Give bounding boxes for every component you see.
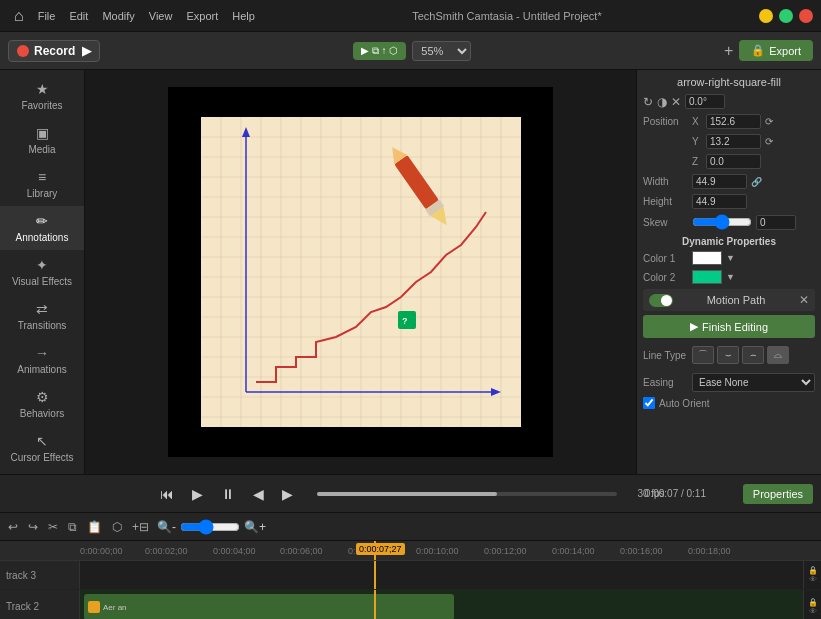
finish-editing-button[interactable]: ▶ Finish Editing bbox=[643, 315, 815, 338]
menu-modify[interactable]: Modify bbox=[102, 10, 134, 22]
track3-eye[interactable]: 👁 bbox=[809, 575, 817, 584]
zoom-select[interactable]: 55% 100% 75% bbox=[412, 41, 471, 61]
width-input[interactable] bbox=[692, 174, 747, 189]
moon-icon: ◑ bbox=[657, 95, 667, 109]
minimize-button[interactable] bbox=[759, 9, 773, 23]
add-icon[interactable]: + bbox=[724, 42, 733, 60]
track3-content[interactable] bbox=[80, 561, 803, 589]
z-label: Z bbox=[692, 156, 702, 167]
width-lock-icon: 🔗 bbox=[751, 177, 762, 187]
home-icon[interactable]: ⌂ bbox=[14, 7, 24, 25]
record-dropdown-icon[interactable]: ▶ bbox=[82, 44, 91, 58]
menu-export[interactable]: Export bbox=[186, 10, 218, 22]
ruler-mark-10: 0:00:10;00 bbox=[416, 546, 459, 556]
sidebar-item-transitions[interactable]: ⇄ Transitions bbox=[0, 294, 84, 338]
height-row: Height bbox=[643, 194, 815, 209]
window-controls bbox=[759, 9, 813, 23]
track2-eye[interactable]: 👁 bbox=[809, 607, 817, 616]
redo-button[interactable]: ↪ bbox=[26, 518, 40, 536]
color1-dropdown[interactable]: ▼ bbox=[726, 253, 735, 263]
graph-svg: ? bbox=[201, 117, 521, 427]
time-display: 0:00:07 / 0:11 bbox=[645, 488, 706, 499]
menu-view[interactable]: View bbox=[149, 10, 173, 22]
auto-orient-checkbox[interactable] bbox=[643, 397, 655, 409]
motion-path-toggle[interactable] bbox=[649, 294, 673, 307]
menu-edit[interactable]: Edit bbox=[69, 10, 88, 22]
x-stepper[interactable]: ⟳ bbox=[765, 116, 773, 127]
sidebar-item-animations[interactable]: → Animations bbox=[0, 338, 84, 382]
paste-button[interactable]: 📋 bbox=[85, 518, 104, 536]
y-stepper[interactable]: ⟳ bbox=[765, 136, 773, 147]
track2-lock[interactable]: 🔒 bbox=[808, 598, 818, 607]
menu-bar: ⌂ File Edit Modify View Export Help Tech… bbox=[0, 0, 821, 32]
skip-back-button[interactable]: ⏮ bbox=[156, 482, 178, 506]
prev-frame-button[interactable]: ◀ bbox=[249, 482, 268, 506]
play-button[interactable]: ▶ bbox=[188, 482, 207, 506]
cursor-effects-icon: ↖ bbox=[36, 433, 48, 449]
copy-button[interactable]: ⧉ bbox=[66, 518, 79, 536]
sidebar-label-transitions: Transitions bbox=[18, 320, 67, 331]
position-z-input[interactable] bbox=[706, 154, 761, 169]
ruler-mark-6: 0:00:06;00 bbox=[280, 546, 323, 556]
lt-btn-3[interactable]: ⌢ bbox=[742, 346, 764, 364]
pause-button[interactable]: ⏸ bbox=[217, 482, 239, 506]
skew-input[interactable] bbox=[756, 215, 796, 230]
easing-select[interactable]: Ease None Ease In Ease Out Ease In/Out bbox=[692, 373, 815, 392]
rotation-input[interactable] bbox=[685, 94, 725, 109]
sidebar-item-media[interactable]: ▣ Media bbox=[0, 118, 84, 162]
position-x-input[interactable] bbox=[706, 114, 761, 129]
progress-bar[interactable] bbox=[317, 492, 617, 496]
export-button[interactable]: 🔒 Export bbox=[739, 40, 813, 61]
position-y-row: Y ⟳ bbox=[643, 134, 815, 149]
sidebar-item-visual-effects[interactable]: ✦ Visual Effects bbox=[0, 250, 84, 294]
skew-slider[interactable] bbox=[692, 214, 752, 230]
track2-content[interactable]: Aer an bbox=[80, 590, 803, 619]
color2-dropdown[interactable]: ▼ bbox=[726, 272, 735, 282]
finish-label: Finish Editing bbox=[702, 321, 768, 333]
ruler-mark-4: 0:00:04;00 bbox=[213, 546, 256, 556]
track2-controls: 🔒 👁 bbox=[803, 590, 821, 619]
height-input[interactable] bbox=[692, 194, 747, 209]
split-button[interactable]: ⬡ bbox=[110, 518, 124, 536]
cut-button[interactable]: ✂ bbox=[46, 518, 60, 536]
lt-btn-2[interactable]: ⌣ bbox=[717, 346, 739, 364]
lt-btn-4[interactable]: ⌓ bbox=[767, 346, 789, 364]
track3-label: track 3 bbox=[0, 561, 80, 589]
next-frame-button[interactable]: ▶ bbox=[278, 482, 297, 506]
position-row: Position X ⟳ bbox=[643, 114, 815, 129]
track2-clip[interactable]: Aer an bbox=[84, 594, 454, 619]
motion-path-close-icon[interactable]: ✕ bbox=[799, 293, 809, 307]
undo-button[interactable]: ↩ bbox=[6, 518, 20, 536]
zoom-in-icon[interactable]: 🔍+ bbox=[244, 520, 266, 534]
color2-row: Color 2 ▼ bbox=[643, 270, 815, 284]
timeline-toolbar: ↩ ↪ ✂ ⧉ 📋 ⬡ +⊟ 🔍- 🔍+ bbox=[0, 513, 821, 541]
zoom-slider[interactable] bbox=[180, 519, 240, 535]
menu-file[interactable]: File bbox=[38, 10, 56, 22]
sidebar-item-annotations[interactable]: ✏ Annotations bbox=[0, 206, 84, 250]
lt-btn-1[interactable]: ⌒ bbox=[692, 346, 714, 364]
record-button[interactable]: Record ▶ bbox=[8, 40, 100, 62]
timeline-ruler: 0:00:07;27 0:00:00;00 0:00:02;00 0:00:04… bbox=[0, 541, 821, 561]
position-y-input[interactable] bbox=[706, 134, 761, 149]
playhead-track3 bbox=[374, 561, 376, 589]
maximize-button[interactable] bbox=[779, 9, 793, 23]
easing-row: Easing Ease None Ease In Ease Out Ease I… bbox=[643, 373, 815, 392]
export-icon: 🔒 bbox=[751, 44, 765, 57]
sidebar-item-behaviors[interactable]: ⚙ Behaviors bbox=[0, 382, 84, 426]
main-area: ★ Favorites ▣ Media ≡ Library ✏ Annotati… bbox=[0, 70, 821, 474]
sidebar-label-media: Media bbox=[28, 144, 55, 155]
delete-icon[interactable]: ✕ bbox=[671, 95, 681, 109]
record-dot bbox=[17, 45, 29, 57]
sidebar-item-favorites[interactable]: ★ Favorites bbox=[0, 74, 84, 118]
menu-help[interactable]: Help bbox=[232, 10, 255, 22]
sidebar-item-cursor-effects[interactable]: ↖ Cursor Effects bbox=[0, 426, 84, 470]
properties-button[interactable]: Properties bbox=[743, 484, 813, 504]
color1-swatch[interactable] bbox=[692, 251, 722, 265]
sidebar-item-library[interactable]: ≡ Library bbox=[0, 162, 84, 206]
track3-lock[interactable]: 🔒 bbox=[808, 566, 818, 575]
track-add-button[interactable]: +⊟ bbox=[130, 518, 151, 536]
close-button[interactable] bbox=[799, 9, 813, 23]
zoom-out-icon[interactable]: 🔍- bbox=[157, 520, 176, 534]
color2-swatch[interactable] bbox=[692, 270, 722, 284]
motion-path-bar: Motion Path ✕ bbox=[643, 289, 815, 311]
